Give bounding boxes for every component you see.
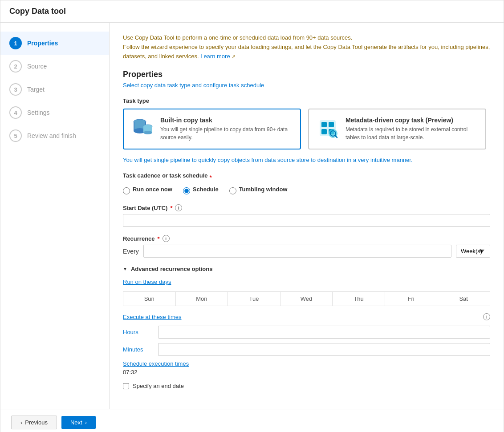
radio-tumbling-input[interactable] (229, 187, 236, 194)
sidebar-item-target[interactable]: 3 Target (0, 78, 109, 101)
radio-run-once-input[interactable] (123, 187, 130, 194)
content-area: Use Copy Data Tool to perform a one-time… (110, 23, 504, 409)
radio-schedule-input[interactable] (183, 187, 190, 194)
schedule-execution-link[interactable]: Schedule execution times (123, 360, 490, 367)
minutes-row: Minutes (123, 343, 490, 356)
builtin-desc: You will get single pipeline to copy dat… (160, 125, 293, 141)
day-sat: Sat (437, 292, 490, 306)
cadence-required: * (210, 174, 212, 181)
day-thu: Thu (333, 292, 385, 306)
step-label-properties: Properties (27, 40, 58, 47)
prev-label: Previous (25, 419, 48, 426)
recurrence-value-input[interactable]: 24 (143, 245, 451, 258)
footer: ‹ Previous Next › (0, 409, 504, 432)
svg-rect-9 (321, 122, 327, 127)
db-icon (131, 117, 154, 140)
minutes-label: Minutes (123, 346, 151, 353)
recurrence-label: Recurrence * i (123, 235, 490, 242)
recurrence-unit-select[interactable]: Minute(s) Hour(s) Day(s) Week(s) Month(s… (456, 245, 490, 258)
learn-more-link[interactable]: Learn more (200, 53, 230, 60)
run-on-days-link[interactable]: Run on these days (123, 279, 490, 285)
step-label-review: Review and finish (27, 132, 76, 139)
step-label-source: Source (27, 63, 47, 70)
step-label-settings: Settings (27, 109, 50, 116)
cadence-label: Task cadence or task schedule (123, 172, 208, 179)
previous-button[interactable]: ‹ Previous (11, 416, 57, 429)
day-tue: Tue (228, 292, 280, 306)
step-circle-5: 5 (9, 129, 22, 142)
next-label: Next (70, 419, 82, 426)
builtin-title: Built-in copy task (160, 117, 293, 124)
task-type-label: Task type (123, 97, 490, 104)
hours-row: Hours (123, 326, 490, 339)
task-card-builtin-text: Built-in copy task You will get single p… (160, 117, 293, 141)
recurrence-row: Every 24 Minute(s) Hour(s) Day(s) Week(s… (123, 245, 490, 258)
info-banner: Use Copy Data Tool to perform a one-time… (123, 33, 490, 61)
hours-input[interactable] (158, 326, 490, 339)
svg-rect-11 (321, 129, 327, 134)
cadence-radio-group: Run once now Schedule Tumbling window (123, 186, 490, 195)
end-date-checkbox-row: Specify an end date (123, 383, 490, 389)
external-link-icon: ↗ (232, 54, 236, 59)
start-date-input[interactable]: 06/01/2021 7:32 AM (123, 214, 490, 227)
sidebar-item-review[interactable]: 5 Review and finish (0, 124, 109, 147)
start-date-info-icon[interactable]: i (175, 204, 182, 211)
step-circle-4: 4 (9, 106, 22, 119)
svg-line-15 (335, 136, 337, 137)
end-date-label: Specify an end date (133, 383, 184, 389)
next-chevron-icon: › (85, 419, 87, 426)
radio-schedule[interactable]: Schedule (183, 186, 219, 195)
radio-run-once-label: Run once now (133, 186, 172, 193)
sidebar-item-settings[interactable]: 4 Settings (0, 101, 109, 124)
task-card-metadata[interactable]: Metadata-driven copy task (Preview) Meta… (308, 109, 486, 149)
task-cards: Built-in copy task You will get single p… (123, 109, 490, 149)
schedule-time-display: 07:32 (123, 369, 490, 375)
radio-run-once[interactable]: Run once now (123, 186, 172, 195)
app-container: Copy Data tool 1 Properties 2 Source 3 T… (0, 0, 504, 432)
radio-tumbling[interactable]: Tumbling window (229, 186, 288, 195)
cadence-group: Task cadence or task schedule * Run once… (123, 172, 490, 195)
recurrence-label-text: Recurrence (123, 235, 155, 242)
step-circle-1: 1 (9, 37, 22, 49)
start-date-label-text: Start Date (UTC) (123, 205, 167, 211)
radio-tumbling-label: Tumbling window (239, 186, 288, 193)
sidebar: 1 Properties 2 Source 3 Target 4 Setting… (0, 23, 110, 409)
info-text-1: Use Copy Data Tool to perform a one-time… (123, 34, 352, 41)
advanced-label: Advanced recurrence options (131, 266, 213, 272)
day-wed: Wed (280, 292, 333, 306)
days-grid: Sun Mon Tue Wed Thu Fri Sat (123, 291, 490, 306)
sidebar-item-source[interactable]: 2 Source (0, 55, 109, 78)
radio-schedule-label: Schedule (193, 186, 219, 193)
metadata-title: Metadata-driven copy task (Preview) (345, 117, 478, 124)
collapse-icon: ▼ (123, 266, 127, 271)
info-text-2: Follow the wizard experience to specify … (123, 44, 490, 60)
task-card-metadata-text: Metadata-driven copy task (Preview) Meta… (345, 117, 478, 141)
minutes-input[interactable] (158, 343, 490, 356)
end-date-checkbox[interactable] (123, 383, 129, 389)
metadata-desc: Metadata is required to be stored in ext… (345, 125, 478, 141)
execute-times-row: Execute at these times i (123, 313, 490, 320)
day-mon: Mon (176, 292, 228, 306)
main-layout: 1 Properties 2 Source 3 Target 4 Setting… (0, 23, 504, 409)
pipeline-info: You will get single pipeline to quickly … (123, 157, 490, 163)
day-fri: Fri (385, 292, 438, 306)
svg-rect-3 (134, 122, 134, 131)
section-subtitle: Select copy data task type and configure… (123, 82, 490, 89)
prev-chevron-icon: ‹ (20, 419, 22, 426)
svg-rect-10 (329, 122, 334, 127)
advanced-header[interactable]: ▼ Advanced recurrence options (123, 266, 490, 272)
step-circle-2: 2 (9, 60, 22, 73)
execute-times-info-icon[interactable]: i (483, 313, 490, 320)
task-card-builtin[interactable]: Built-in copy task You will get single p… (123, 109, 301, 149)
execute-times-link[interactable]: Execute at these times (123, 314, 182, 320)
start-date-group: Start Date (UTC) * i 06/01/2021 7:32 AM (123, 204, 490, 227)
day-sun: Sun (123, 292, 176, 306)
app-title: Copy Data tool (9, 7, 495, 16)
start-date-required: * (170, 205, 172, 211)
recurrence-info-icon[interactable]: i (163, 235, 170, 242)
sidebar-item-properties[interactable]: 1 Properties (0, 32, 109, 55)
next-button[interactable]: Next › (61, 416, 96, 429)
hours-label: Hours (123, 329, 151, 335)
svg-point-7 (143, 131, 152, 134)
title-bar: Copy Data tool (0, 0, 504, 23)
